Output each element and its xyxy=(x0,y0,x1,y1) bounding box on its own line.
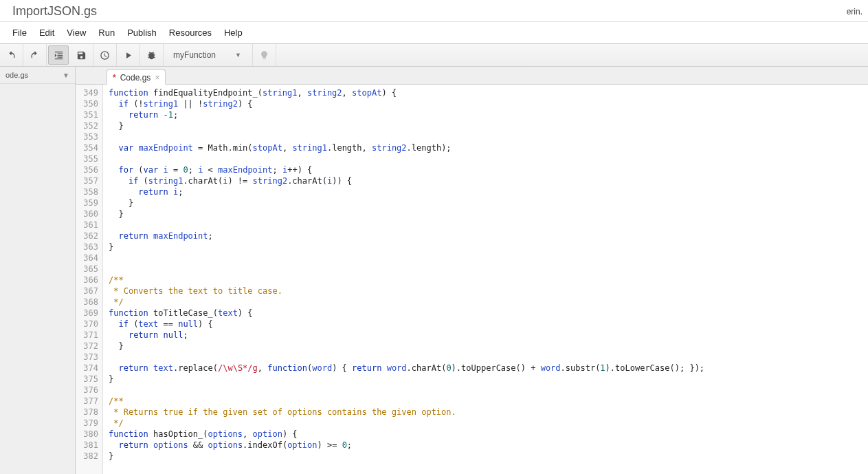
title-bar: ImportJSON.gs erin. xyxy=(0,0,868,22)
run-button[interactable] xyxy=(117,44,140,66)
indent-icon xyxy=(54,50,64,61)
menu-publish[interactable]: Publish xyxy=(127,28,157,38)
tab-label: Code.gs xyxy=(120,73,151,83)
line-number: 375 xyxy=(76,374,98,385)
code-line[interactable]: return options && options.indexOf(option… xyxy=(109,440,868,451)
code-line[interactable]: } xyxy=(109,451,868,462)
code-line[interactable] xyxy=(109,153,868,164)
chevron-down-icon: ▼ xyxy=(235,52,241,58)
line-number: 360 xyxy=(76,208,98,219)
indent-button[interactable] xyxy=(48,45,69,65)
menu-file[interactable]: File xyxy=(12,28,27,38)
line-number: 354 xyxy=(76,142,98,153)
code-line[interactable]: */ xyxy=(109,297,868,308)
code-line[interactable]: /** xyxy=(109,396,868,407)
close-icon[interactable]: × xyxy=(155,73,159,83)
code-line[interactable] xyxy=(109,131,868,142)
code-line[interactable]: /** xyxy=(109,274,868,286)
line-number: 353 xyxy=(76,131,98,142)
menu-view[interactable]: View xyxy=(67,28,86,38)
tab-code[interactable]: * Code.gs × xyxy=(107,69,166,85)
line-number: 369 xyxy=(76,308,98,319)
tab-strip: * Code.gs × xyxy=(76,67,868,85)
code-line[interactable] xyxy=(109,385,868,396)
code-line[interactable]: * Converts the text to title case. xyxy=(109,286,868,297)
editor-area: * Code.gs × 3493503513523533543553563573… xyxy=(76,67,868,474)
code-line[interactable]: } xyxy=(109,120,868,131)
sidebar-file-item[interactable]: ode.gs ▼ xyxy=(0,67,75,84)
code-line[interactable]: function findEqualityEndpoint_(string1, … xyxy=(109,87,868,98)
toolbar: myFunction ▼ xyxy=(0,43,868,67)
code-line[interactable]: return null; xyxy=(109,330,868,341)
menu-run[interactable]: Run xyxy=(98,28,115,38)
line-number: 350 xyxy=(76,98,98,109)
code-line[interactable]: } xyxy=(109,341,868,352)
code-line[interactable]: * Returns true if the given set of optio… xyxy=(109,407,868,418)
line-number: 355 xyxy=(76,153,98,164)
main-area: ode.gs ▼ * Code.gs × 3493503513523533543… xyxy=(0,67,868,474)
line-number: 373 xyxy=(76,352,98,363)
play-icon xyxy=(123,50,133,61)
code-line[interactable]: return text.replace(/\w\S*/g, function(w… xyxy=(109,363,868,374)
code-line[interactable]: for (var i = 0; i < maxEndpoint; i++) { xyxy=(109,164,868,175)
function-select[interactable]: myFunction ▼ xyxy=(164,44,253,66)
project-title: ImportJSON.gs xyxy=(12,4,97,19)
code-line[interactable]: */ xyxy=(109,418,868,429)
code-line[interactable]: } xyxy=(109,241,868,252)
code-line[interactable] xyxy=(109,219,868,230)
line-number: 379 xyxy=(76,418,98,429)
line-number: 370 xyxy=(76,319,98,330)
menu-help[interactable]: Help xyxy=(224,28,243,38)
triggers-button[interactable] xyxy=(93,44,117,66)
line-number: 368 xyxy=(76,297,98,308)
code-line[interactable]: function hasOption_(options, option) { xyxy=(109,429,868,440)
code-line[interactable]: if (text == null) { xyxy=(109,319,868,330)
code-line[interactable]: } xyxy=(109,197,868,208)
undo-icon xyxy=(6,50,16,61)
line-number: 357 xyxy=(76,175,98,186)
function-select-label: myFunction xyxy=(173,50,216,60)
line-number: 376 xyxy=(76,385,98,396)
menu-resources[interactable]: Resources xyxy=(169,28,212,38)
line-gutter: 3493503513523533543553563573583593603613… xyxy=(76,85,103,474)
save-button[interactable] xyxy=(70,44,93,66)
line-number: 381 xyxy=(76,440,98,451)
line-number: 367 xyxy=(76,286,98,297)
code-line[interactable]: } xyxy=(109,374,868,385)
debug-button[interactable] xyxy=(140,44,164,66)
line-number: 364 xyxy=(76,252,98,263)
user-label: erin. xyxy=(847,7,863,17)
save-icon xyxy=(76,50,87,61)
code-line[interactable]: return i; xyxy=(109,186,868,197)
menu-bar: File Edit View Run Publish Resources Hel… xyxy=(0,22,868,43)
code-line[interactable] xyxy=(109,352,868,363)
code-line[interactable]: var maxEndpoint = Math.min(stopAt, strin… xyxy=(109,142,868,153)
code-line[interactable]: return -1; xyxy=(109,109,868,120)
line-number: 372 xyxy=(76,341,98,352)
line-number: 361 xyxy=(76,219,98,230)
chevron-down-icon: ▼ xyxy=(63,72,69,79)
redo-icon xyxy=(30,50,40,61)
code-line[interactable]: function toTitleCase_(text) { xyxy=(109,308,868,319)
code-editor[interactable]: 3493503513523533543553563573583593603613… xyxy=(76,85,868,474)
menu-edit[interactable]: Edit xyxy=(39,28,54,38)
code-line[interactable]: if (!string1 || !string2) { xyxy=(109,98,868,109)
code-line[interactable] xyxy=(109,252,868,263)
code-line[interactable]: return maxEndpoint; xyxy=(109,230,868,241)
code-line[interactable]: if (string1.charAt(i) != string2.charAt(… xyxy=(109,175,868,186)
code-line[interactable] xyxy=(109,263,868,274)
line-number: 382 xyxy=(76,451,98,462)
lightbulb-icon xyxy=(259,50,269,61)
code-content[interactable]: function findEqualityEndpoint_(string1, … xyxy=(103,85,868,474)
line-number: 366 xyxy=(76,274,98,286)
file-sidebar: ode.gs ▼ xyxy=(0,67,76,474)
line-number: 356 xyxy=(76,164,98,175)
code-line[interactable]: } xyxy=(109,208,868,219)
line-number: 359 xyxy=(76,197,98,208)
tips-button[interactable] xyxy=(253,44,276,66)
line-number: 365 xyxy=(76,263,98,274)
redo-button[interactable] xyxy=(23,44,47,66)
sidebar-file-label: ode.gs xyxy=(5,71,28,79)
clock-icon xyxy=(100,50,110,61)
undo-button[interactable] xyxy=(0,44,23,66)
